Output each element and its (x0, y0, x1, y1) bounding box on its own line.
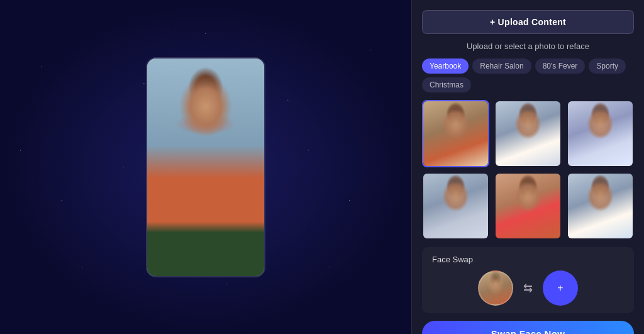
photo-thumb-inner-6 (568, 174, 633, 238)
photo-thumb-inner-1 (423, 101, 488, 166)
main-photo (147, 58, 264, 276)
plus-icon: + (557, 282, 563, 294)
tab-yearbook[interactable]: Yearbook (422, 58, 469, 74)
face-swap-row: ⇆ + (432, 270, 624, 306)
tab-rehair-salon[interactable]: Rehair Salon (472, 58, 531, 74)
photo-thumb-1[interactable] (422, 100, 489, 167)
portrait-figure (147, 58, 264, 276)
swap-face-now-button[interactable]: Swap Face Now (422, 321, 634, 334)
upload-subtitle: Upload or select a photo to reface (422, 42, 634, 51)
photo-thumb-inner-2 (496, 101, 560, 166)
left-panel (0, 0, 411, 334)
photo-thumb-inner-4 (423, 174, 488, 238)
photo-thumb-6[interactable] (567, 172, 634, 240)
photo-grid (422, 100, 634, 240)
add-face-button[interactable]: + (543, 270, 578, 306)
right-panel: + Upload Content Upload or select a phot… (411, 0, 644, 334)
upload-content-button[interactable]: + Upload Content (422, 10, 634, 34)
face-swap-section: Face Swap ⇆ + (422, 247, 634, 313)
photo-thumb-5[interactable] (494, 172, 562, 240)
filter-tabs: Yearbook Rehair Salon 80's Fever Sporty … (422, 58, 634, 92)
tab-sporty[interactable]: Sporty (589, 58, 626, 74)
photo-thumb-inner-5 (496, 174, 560, 238)
swap-arrows-icon: ⇆ (523, 281, 533, 295)
main-photo-container (146, 57, 265, 277)
face-swap-title: Face Swap (432, 255, 624, 264)
source-face-circle (478, 270, 513, 306)
photo-thumb-inner-3 (568, 101, 633, 166)
photo-thumb-3[interactable] (567, 100, 634, 167)
photo-thumb-2[interactable] (494, 100, 562, 167)
tab-christmas[interactable]: Christmas (422, 77, 471, 92)
tab-80s-fever[interactable]: 80's Fever (535, 58, 586, 74)
photo-thumb-4[interactable] (422, 172, 489, 240)
